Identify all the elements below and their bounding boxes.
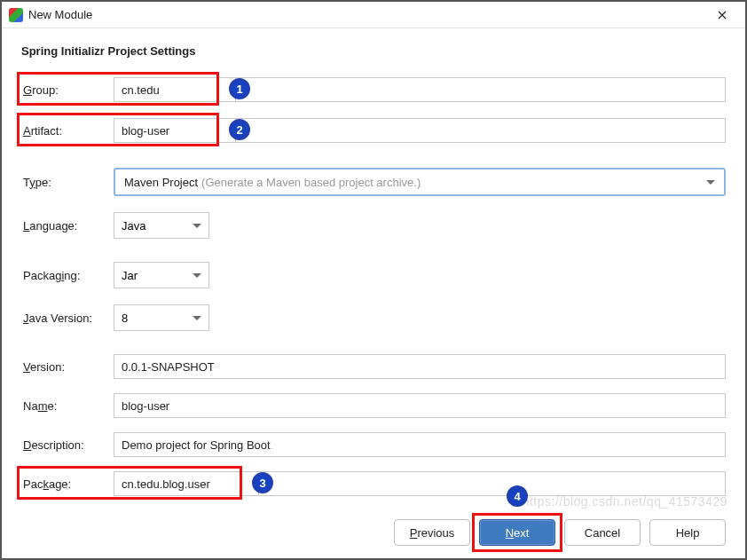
packaging-value: Jar	[122, 269, 138, 282]
watermark: https://blog.csdn.net/qq_41573429	[523, 494, 727, 509]
language-select[interactable]: Java	[114, 212, 209, 239]
row-version: Version:	[21, 354, 726, 379]
name-input[interactable]	[114, 393, 726, 418]
chevron-down-icon	[706, 180, 715, 185]
row-group: Group: 1	[21, 77, 726, 102]
row-package: Package: 3	[21, 471, 726, 496]
label-version: Version:	[21, 357, 114, 377]
help-button[interactable]: Help	[649, 519, 726, 546]
label-javaversion: Java Version:	[21, 308, 114, 328]
label-artifact: Artifact:	[21, 121, 114, 141]
chevron-down-icon	[193, 273, 201, 278]
previous-button[interactable]: Previous	[394, 519, 470, 546]
label-packaging: Packaging:	[21, 265, 114, 286]
group-input[interactable]	[114, 77, 236, 102]
titlebar: New Module	[2, 2, 745, 28]
javaversion-select[interactable]: 8	[114, 304, 209, 331]
next-button[interactable]: Next	[479, 519, 555, 546]
row-artifact: Artifact: 2	[21, 118, 726, 143]
type-value: Maven Project	[124, 176, 198, 189]
close-icon	[718, 11, 727, 20]
cancel-button[interactable]: Cancel	[564, 519, 641, 546]
label-package: Package:	[21, 474, 114, 494]
type-select[interactable]: Maven Project (Generate a Maven based pr…	[114, 168, 726, 196]
close-button[interactable]	[706, 3, 738, 28]
label-group: Group:	[21, 80, 114, 100]
label-description: Description:	[21, 435, 114, 455]
intellij-icon	[9, 8, 23, 22]
language-value: Java	[122, 219, 145, 233]
label-language: Language:	[21, 216, 114, 236]
footer: Previous Next 4 Cancel Help	[394, 519, 726, 546]
type-hint: (Generate a Maven based project archive.…	[201, 176, 706, 189]
javaversion-value: 8	[122, 312, 128, 325]
group-input-ext[interactable]	[236, 77, 726, 102]
description-input[interactable]	[114, 432, 726, 457]
version-input[interactable]	[114, 354, 726, 379]
page-title: Spring Initializr Project Settings	[21, 44, 726, 58]
row-type: Type: Maven Project (Generate a Maven ba…	[21, 168, 726, 196]
content: Spring Initializr Project Settings Group…	[2, 28, 745, 496]
chevron-down-icon	[193, 224, 201, 228]
package-input-ext[interactable]	[259, 471, 726, 496]
row-language: Language: Java	[21, 212, 726, 239]
package-input[interactable]	[114, 471, 259, 496]
row-description: Description:	[21, 432, 726, 457]
row-name: Name:	[21, 393, 726, 418]
window-title: New Module	[28, 8, 706, 21]
label-type: Type:	[21, 172, 114, 193]
row-packaging: Packaging: Jar	[21, 262, 726, 288]
packaging-select[interactable]: Jar	[114, 262, 209, 288]
row-javaversion: Java Version: 8	[21, 304, 726, 331]
chevron-down-icon	[193, 316, 201, 320]
label-name: Name:	[21, 396, 114, 416]
dialog-window: New Module Spring Initializr Project Set…	[0, 0, 747, 560]
artifact-input-ext[interactable]	[236, 118, 726, 143]
artifact-input[interactable]	[114, 118, 236, 143]
